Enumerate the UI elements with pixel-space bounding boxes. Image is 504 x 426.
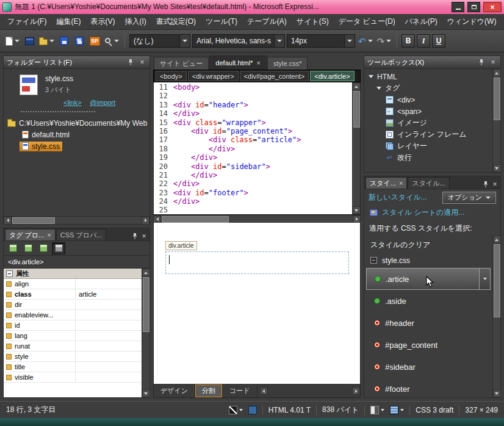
stylesheet-group[interactable]: style.css	[366, 253, 491, 268]
scroll-up-button[interactable]	[493, 236, 501, 244]
collapse-icon[interactable]	[6, 270, 13, 277]
code-line[interactable]: 13<div id="header">	[154, 101, 352, 109]
attribute-row[interactable]: align	[4, 279, 142, 289]
code-line[interactable]: 25	[154, 206, 352, 214]
scrollbar-thumb[interactable]	[12, 217, 55, 224]
scrollbar-thumb[interactable]	[494, 244, 500, 317]
compatibility-button[interactable]	[229, 406, 243, 414]
summary-view-button[interactable]	[52, 242, 65, 255]
scrollbar-track[interactable]	[493, 121, 500, 164]
toolbox-item-row[interactable]: インライン フレーム	[364, 129, 492, 140]
close-panel-icon[interactable]: ×	[489, 58, 497, 67]
folder-list-header[interactable]: フォルダー リスト(F) ×	[4, 56, 149, 69]
scroll-left-button[interactable]	[260, 387, 268, 395]
folder-list-hscrollbar[interactable]	[4, 216, 149, 224]
expander-icon[interactable]	[376, 87, 381, 90]
browser-size-button[interactable]	[248, 406, 257, 414]
code-line[interactable]: 12	[154, 92, 352, 100]
scroll-right-button[interactable]	[352, 387, 360, 395]
toolbox-item-row[interactable]: イメージ	[364, 117, 492, 129]
link-tag-link[interactable]: <link>	[63, 99, 81, 106]
scroll-up-button[interactable]	[353, 82, 361, 90]
menu-item[interactable]: 編集(E)	[51, 14, 85, 29]
scroll-right-button[interactable]	[353, 215, 361, 223]
menu-item[interactable]: サイト(S)	[292, 14, 334, 29]
import-link[interactable]: @import	[90, 99, 115, 106]
tab-style-css[interactable]: style.css*	[267, 57, 308, 70]
options-button[interactable]: オプション	[442, 192, 496, 204]
toolbox-vscrollbar[interactable]	[492, 69, 500, 172]
code-line[interactable]: 23<div id="footer">	[154, 189, 352, 197]
menu-item[interactable]: テーブル(A)	[242, 14, 292, 29]
scroll-left-button[interactable]	[4, 217, 12, 225]
scrollbar-track[interactable]	[142, 333, 149, 389]
attributes-section-header[interactable]: 属性	[4, 269, 142, 279]
toolbox-group-row[interactable]: HTML	[364, 71, 492, 82]
menu-item[interactable]: パネル(P)	[400, 14, 442, 29]
code-line[interactable]: 24</div>	[154, 197, 352, 206]
tab-split-view[interactable]: 分割	[195, 384, 223, 397]
save-button[interactable]	[57, 34, 71, 48]
close-button[interactable]: ×	[483, 2, 502, 12]
scroll-down-button[interactable]	[493, 164, 501, 172]
design-tag-label[interactable]: div.article	[165, 241, 197, 250]
crumb-div-page-content[interactable]: <div#page_content>	[240, 71, 309, 81]
style-dropdown-button[interactable]	[479, 269, 490, 289]
design-hscrollbar[interactable]	[260, 387, 360, 395]
code-line[interactable]: 21 </div>	[154, 171, 352, 179]
code-line[interactable]: 17 <div class="article">	[154, 135, 352, 144]
pin-icon[interactable]	[481, 180, 490, 189]
code-line[interactable]: 19 </div>	[154, 153, 352, 162]
font-size-arrow[interactable]	[344, 35, 355, 47]
visual-aids-button[interactable]	[370, 406, 384, 414]
attribute-row[interactable]: style	[4, 352, 142, 362]
redo-button[interactable]: ↷	[376, 34, 393, 48]
close-icon[interactable]: ×	[399, 180, 403, 187]
new-document-button[interactable]	[4, 34, 21, 48]
scrollbar-thumb[interactable]	[143, 277, 149, 332]
menu-item[interactable]: 書式設定(O)	[151, 14, 201, 29]
file-tree-item[interactable]: default.html	[5, 129, 148, 140]
close-panel-icon[interactable]: ×	[491, 180, 499, 189]
scroll-down-button[interactable]	[353, 206, 361, 214]
code-lines[interactable]: 11<body>1213<div id="header">14</div>15<…	[154, 82, 352, 214]
close-tab-icon[interactable]: ×	[257, 60, 261, 67]
save-all-button[interactable]	[73, 34, 86, 48]
style-item[interactable]: #footer	[366, 378, 491, 397]
new-style-link[interactable]: 新しいスタイル...	[369, 192, 427, 203]
tab-site-view[interactable]: サイト ビュー	[154, 57, 209, 70]
tab-default-html[interactable]: default.html*×	[209, 56, 267, 70]
clear-styles-item[interactable]: スタイルのクリア	[366, 237, 491, 253]
categorized-view-button[interactable]	[6, 242, 20, 255]
collapse-icon[interactable]	[370, 257, 377, 264]
code-line[interactable]: 18 </div>	[154, 145, 352, 153]
open-site-button[interactable]	[23, 34, 36, 48]
close-panel-icon[interactable]: ×	[140, 232, 148, 240]
code-line[interactable]: 11<body>	[154, 83, 352, 92]
tab-code-view[interactable]: コード	[223, 384, 257, 397]
style-application-button[interactable]	[390, 406, 404, 414]
scrollbar-track[interactable]	[229, 215, 353, 223]
toolbox-group-row[interactable]: タグ	[364, 82, 492, 94]
article-div-outline[interactable]	[165, 251, 349, 274]
code-line[interactable]: 16 <div id="page_content">	[154, 127, 352, 135]
code-line[interactable]: 20 <div id="sidebar">	[154, 162, 352, 171]
scrollbar-thumb[interactable]	[353, 91, 360, 128]
menu-item[interactable]: 挿入(I)	[120, 14, 151, 29]
scrollbar-track[interactable]	[56, 217, 142, 224]
scrollbar-track[interactable]	[493, 318, 500, 389]
toolbox-header[interactable]: ツールボックス(X) ×	[364, 56, 500, 69]
close-icon[interactable]: ×	[47, 232, 51, 239]
scroll-up-button[interactable]	[493, 69, 501, 77]
crumb-div-article[interactable]: <div.article>	[310, 71, 355, 81]
style-select[interactable]: (なし)	[129, 34, 190, 48]
scroll-up-button[interactable]	[142, 269, 150, 276]
tag-properties-vscrollbar[interactable]	[142, 269, 149, 397]
attribute-row[interactable]: runat	[4, 341, 142, 352]
style-item[interactable]: #page_content	[366, 334, 491, 356]
scrollbar-thumb[interactable]	[162, 216, 229, 223]
menu-item[interactable]: ファイル(F)	[2, 14, 51, 29]
italic-button[interactable]: I	[417, 34, 430, 48]
menu-item[interactable]: ツール(T)	[201, 14, 242, 29]
font-select-arrow[interactable]	[274, 35, 284, 47]
